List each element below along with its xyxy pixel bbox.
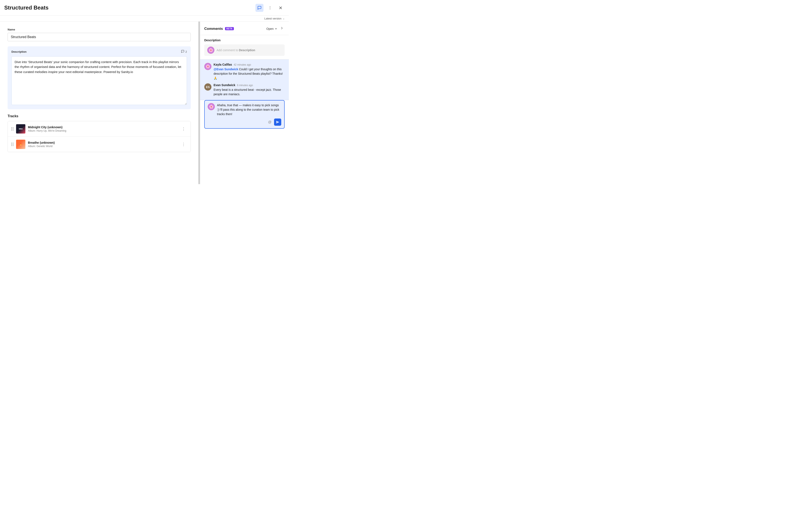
reply-actions: @ [208,118,281,126]
drag-dot [11,127,12,128]
description-textarea[interactable]: Dive into 'Structured Beats' your sonic … [11,56,187,105]
description-label: Description [11,50,27,53]
drag-dot [11,144,12,145]
main-layout: Name Description 2 Dive into 'Structured… [0,22,289,184]
track-drag-handle[interactable] [11,143,14,146]
left-panel: Name Description 2 Dive into 'Structured… [0,22,200,184]
description-section: Description 2 Dive into 'Structured Beat… [8,46,191,109]
reply-input-section: 🌸 Ahaha, true that — makes it easy to pi… [204,100,285,129]
drag-dot [13,145,14,146]
svg-point-1 [270,7,270,8]
track-album-art: M83 [16,124,25,134]
track-album-art: 🔥 [16,140,25,149]
comments-header-left: Comments BETA [204,27,234,31]
name-label: Name [8,28,191,31]
send-reply-button[interactable] [274,118,281,126]
top-bar-actions [256,4,285,12]
tracks-label: Tracks [8,114,191,118]
track-row: M83 Midnight City (unknown) Album: Hurry… [8,121,191,137]
comments-toggle-button[interactable] [256,4,263,12]
track-drag-handle[interactable] [11,127,14,131]
page-title: Structured Beats [4,4,49,11]
comment-item: ES Evan Sundwick 6 minutes ago Every bea… [204,83,285,96]
description-comment-title: Description [204,39,285,42]
comment-item: 🌸 Kayla Callfas 42 minutes ago @Evan Sun… [204,63,285,81]
mention-button[interactable]: @ [267,119,272,125]
comments-body: Description 🌸 Add comment to Description… [200,35,289,184]
svg-point-0 [270,6,270,7]
comment-meta: Evan Sundwick 6 minutes ago [214,83,285,87]
add-comment-placeholder: Add comment to Description [217,48,255,52]
open-filter-button[interactable]: Open [266,27,278,30]
reply-text-content: Ahaha, true that — makes it easy to pick… [217,103,281,116]
mention-tag: @Evan Sundwick [214,68,238,71]
more-options-button[interactable] [266,4,274,12]
comment-time: 42 minutes ago [234,63,251,66]
close-button[interactable] [277,4,285,12]
comment-content-evan: Evan Sundwick 6 minutes ago Every beat i… [214,83,285,96]
drag-dot [13,129,14,129]
version-label[interactable]: Latest version [264,17,282,20]
description-comment-badge[interactable]: 2 [181,50,187,54]
svg-point-2 [270,9,270,9]
track-info: Midnight City (unknown) Album: Hurry Up,… [28,126,177,132]
comments-title: Comments [204,27,223,31]
comments-header: Comments BETA Open [200,22,289,35]
track-album: Album: Hurry Up, We're Dreaming [28,129,177,132]
description-comment-section: Description 🌸 Add comment to Description [200,35,289,60]
track-info: Breathe (unknown) Album: Genetic World [28,141,177,148]
drag-dot [13,127,14,128]
comments-header-right: Open [266,25,285,32]
open-filter-label: Open [266,27,273,30]
tracks-container: M83 Midnight City (unknown) Album: Hurry… [8,121,191,152]
reply-row: 🌸 Ahaha, true that — makes it easy to pi… [208,103,281,116]
comment-thread: 🌸 Kayla Callfas 42 minutes ago @Evan Sun… [200,60,289,100]
expand-panel-button[interactable] [279,25,285,32]
comment-meta: Kayla Callfas 42 minutes ago [214,63,285,66]
track-title: Breathe (unknown) [28,141,177,144]
drag-dot [11,129,12,129]
track-row: 🔥 Breathe (unknown) Album: Genetic World… [8,137,191,152]
description-comment-count: 2 [186,50,187,53]
track-menu-button[interactable]: ⋮ [180,126,187,132]
name-input[interactable] [8,33,191,41]
drag-dot [13,130,14,131]
comment-avatar-evan: ES [204,83,212,91]
version-bar: Latest version ⌄ [0,16,289,22]
add-comment-input-area[interactable]: 🌸 Add comment to Description [204,44,285,56]
comment-time: 6 minutes ago [237,84,253,87]
right-panel: Comments BETA Open [200,22,289,184]
reply-user-avatar: 🌸 [208,103,215,110]
drag-dot [11,130,12,131]
top-bar: Structured Beats [0,0,289,16]
version-chevron-icon[interactable]: ⌄ [283,17,285,20]
comment-content-kayla: Kayla Callfas 42 minutes ago @Evan Sundw… [214,63,285,81]
comment-author: Evan Sundwick [214,83,235,87]
current-user-avatar: 🌸 [207,47,214,54]
description-header: Description 2 [11,50,187,54]
drag-dot [11,145,12,146]
drag-dot [13,143,14,143]
beta-badge: BETA [225,27,234,30]
drag-dot [13,144,14,145]
track-album: Album: Genetic World [28,145,177,148]
comment-text: Every beat is a structured beat - except… [214,88,285,96]
drag-dot [11,143,12,143]
track-title: Midnight City (unknown) [28,126,177,129]
comment-bubble-icon [181,50,184,54]
comment-author: Kayla Callfas [214,63,232,66]
comment-avatar-kayla: 🌸 [204,63,212,70]
comment-text: @Evan Sundwick Could I get your thoughts… [214,67,285,81]
track-menu-button[interactable]: ⋮ [180,141,187,148]
